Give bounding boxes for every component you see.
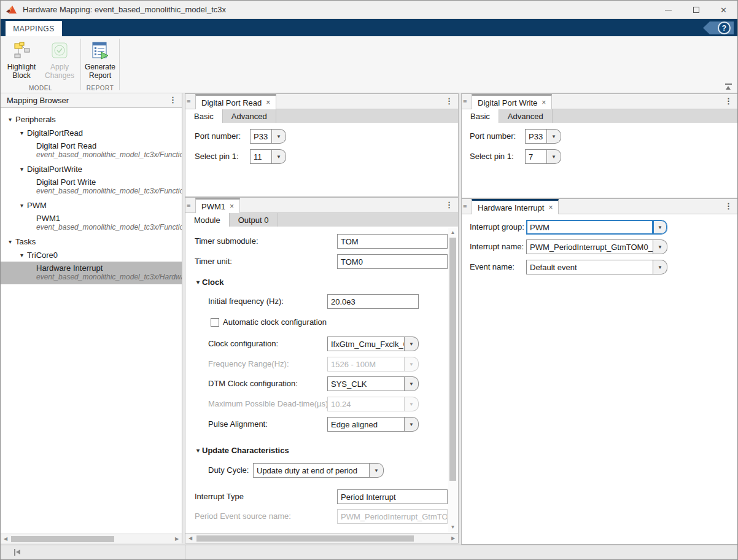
timer-unit-field[interactable]: TOM0 bbox=[337, 254, 448, 269]
panel-menu-icon[interactable]: ⋮ bbox=[445, 96, 453, 106]
subtab-module[interactable]: Module bbox=[185, 213, 230, 227]
dropdown-arrow-icon[interactable]: ▼ bbox=[547, 129, 561, 144]
dropdown-arrow-icon[interactable]: ▼ bbox=[272, 149, 286, 164]
scroll-right-icon[interactable]: ▶ bbox=[172, 534, 182, 543]
dropdown-arrow-icon[interactable]: ▼ bbox=[272, 129, 286, 144]
minimize-button[interactable] bbox=[654, 1, 682, 19]
maximize-button[interactable] bbox=[682, 1, 710, 19]
scrollbar-thumb[interactable] bbox=[196, 535, 414, 542]
interrupt-name-dropdown[interactable]: PWM_PeriodInterrupt_GtmTOM0_20 ▼ bbox=[526, 239, 667, 254]
dropdown-arrow-icon[interactable]: ▼ bbox=[370, 463, 384, 478]
dropdown-arrow-icon[interactable]: ▼ bbox=[653, 260, 667, 274]
expander-icon[interactable]: ▾ bbox=[18, 130, 25, 136]
dropdown-value: SYS_CLK bbox=[327, 376, 405, 391]
scroll-down-icon[interactable]: ▼ bbox=[448, 523, 457, 532]
panel-menu-icon[interactable]: ⋮ bbox=[724, 96, 732, 106]
tab-close-icon[interactable]: × bbox=[542, 98, 546, 107]
subtab-advanced[interactable]: Advanced bbox=[223, 109, 276, 123]
scroll-right-icon[interactable]: ▶ bbox=[448, 534, 458, 543]
tab-close-icon[interactable]: × bbox=[266, 98, 270, 107]
tree-item-tricore0[interactable]: ▾ TriCore0 bbox=[1, 248, 182, 262]
expander-icon[interactable]: ▾ bbox=[7, 116, 14, 123]
tree-item-pwm[interactable]: ▾ PWM bbox=[1, 198, 182, 212]
duty-cycle-dropdown[interactable]: Update duty at end of period ▼ bbox=[253, 463, 384, 478]
panel-menu-icon[interactable]: ⋮ bbox=[445, 200, 453, 209]
tree-item-pwm1[interactable]: PWM1 event_based_monolithic_model_tc3x/F… bbox=[1, 212, 182, 235]
scroll-up-icon[interactable]: ▲ bbox=[448, 228, 457, 237]
collapse-ribbon-button[interactable] bbox=[724, 84, 732, 90]
dtm-clock-dropdown[interactable]: SYS_CLK ▼ bbox=[327, 376, 419, 391]
section-collapse-icon[interactable]: ▾ bbox=[196, 447, 200, 454]
port-number-dropdown[interactable]: P33 ▼ bbox=[250, 129, 286, 144]
collapse-panel-icon[interactable] bbox=[14, 549, 21, 556]
pwm1-horizontal-scrollbar[interactable]: ◀ ▶ bbox=[185, 533, 458, 543]
tab-close-icon[interactable]: × bbox=[230, 202, 234, 211]
highlight-block-button[interactable]: Highlight Block bbox=[3, 40, 40, 80]
pulse-alignment-dropdown[interactable]: Edge aligned ▼ bbox=[327, 417, 419, 432]
close-button[interactable]: ✕ bbox=[710, 1, 737, 19]
event-name-dropdown[interactable]: Default event ▼ bbox=[526, 260, 667, 274]
port-number-label: Port number: bbox=[470, 129, 516, 144]
timer-submodule-field[interactable]: TOM bbox=[337, 234, 448, 249]
interrupt-group-dropdown[interactable]: PWM ▼ bbox=[526, 220, 667, 235]
expander-icon[interactable]: ▾ bbox=[18, 166, 25, 173]
tree-item-hardware-interrupt-selected[interactable]: Hardware Interrupt event_based_monolithi… bbox=[1, 262, 182, 284]
tree-item-digitalportwrite[interactable]: ▾ DigitalPortWrite bbox=[1, 162, 182, 176]
scroll-left-icon[interactable]: ◀ bbox=[185, 534, 195, 543]
pwm1-vertical-scrollbar[interactable]: ▲ ▼ bbox=[448, 228, 457, 532]
mapping-browser-menu-icon[interactable]: ⋮ bbox=[169, 95, 177, 104]
help-button[interactable]: ? bbox=[703, 21, 734, 34]
tab-digital-port-write[interactable]: Digital Port Write × bbox=[472, 94, 552, 109]
tree-item-digital-port-read[interactable]: Digital Port Read event_based_monolithic… bbox=[1, 139, 182, 162]
tree-item-tasks[interactable]: ▾ Tasks bbox=[1, 235, 182, 248]
collapse-panel-arrow bbox=[16, 550, 20, 554]
scrollbar-thumb[interactable] bbox=[11, 536, 114, 542]
tab-hardware-interrupt[interactable]: Hardware Interrupt × bbox=[472, 199, 559, 214]
clock-section-header[interactable]: ▾ Clock bbox=[196, 278, 223, 287]
panel-grip-icon[interactable]: ≡ bbox=[463, 96, 467, 106]
expander-icon[interactable]: ▾ bbox=[18, 202, 25, 209]
scroll-left-icon[interactable]: ◀ bbox=[1, 534, 10, 543]
panel-grip-icon[interactable]: ≡ bbox=[187, 96, 190, 106]
panel-menu-icon[interactable]: ⋮ bbox=[724, 201, 732, 211]
dropdown-arrow-icon[interactable]: ▼ bbox=[405, 336, 419, 351]
subtab-basic[interactable]: Basic bbox=[462, 109, 499, 123]
select-pin-dropdown[interactable]: 11 ▼ bbox=[250, 149, 286, 164]
tree-item-digital-port-write[interactable]: Digital Port Write event_based_monolithi… bbox=[1, 176, 182, 198]
tab-close-icon[interactable]: × bbox=[548, 203, 553, 212]
interrupt-type-field[interactable]: Period Interrupt bbox=[337, 489, 448, 504]
subtab-output0[interactable]: Output 0 bbox=[230, 213, 278, 227]
subtab-basic[interactable]: Basic bbox=[185, 109, 223, 123]
scrollbar-thumb[interactable] bbox=[449, 238, 456, 481]
tab-digital-port-read[interactable]: Digital Port Read × bbox=[195, 94, 276, 109]
tab-pwm1[interactable]: PWM1 × bbox=[195, 198, 240, 213]
select-pin-dropdown[interactable]: 7 ▼ bbox=[525, 149, 561, 164]
dropdown-arrow-icon[interactable]: ▼ bbox=[547, 149, 561, 164]
dropdown-arrow-icon[interactable]: ▼ bbox=[405, 376, 419, 391]
dropdown-value: IfxGtm_Cmu_Fxclk_0 bbox=[327, 336, 405, 351]
panel-grip-icon[interactable]: ≡ bbox=[187, 200, 190, 210]
digital-port-write-subtabs: Basic Advanced bbox=[462, 109, 737, 123]
dropdown-arrow-icon[interactable]: ▼ bbox=[405, 417, 419, 432]
port-number-dropdown[interactable]: P33 ▼ bbox=[525, 129, 561, 144]
status-bar bbox=[1, 545, 737, 559]
generate-report-button[interactable]: Generate Report bbox=[82, 40, 118, 80]
timer-submodule-label: Timer submodule: bbox=[195, 234, 258, 249]
section-collapse-icon[interactable]: ▾ bbox=[196, 279, 200, 286]
dropdown-arrow-icon[interactable]: ▼ bbox=[653, 239, 667, 254]
dropdown-arrow-icon[interactable]: ▼ bbox=[653, 220, 667, 235]
tree-item-peripherals[interactable]: ▾ Peripherals bbox=[1, 112, 182, 126]
browser-horizontal-scrollbar[interactable]: ◀ ▶ bbox=[1, 534, 182, 543]
subtab-advanced[interactable]: Advanced bbox=[499, 109, 553, 123]
maximize-icon bbox=[693, 7, 699, 13]
auto-clock-checkbox[interactable] bbox=[211, 318, 219, 327]
expander-icon[interactable]: ▾ bbox=[18, 252, 25, 259]
select-pin-label: Select pin 1: bbox=[470, 149, 514, 164]
tree-item-digitalportread[interactable]: ▾ DigitalPortRead bbox=[1, 126, 182, 139]
initial-frequency-field[interactable]: 20.0e3 bbox=[327, 294, 419, 309]
update-characteristics-section-header[interactable]: ▾ Update Characteristics bbox=[196, 446, 289, 455]
expander-icon[interactable]: ▾ bbox=[7, 238, 14, 245]
clock-config-dropdown[interactable]: IfxGtm_Cmu_Fxclk_0 ▼ bbox=[327, 336, 419, 351]
tab-mappings[interactable]: MAPPINGS bbox=[6, 21, 62, 36]
panel-grip-icon[interactable]: ≡ bbox=[463, 201, 467, 211]
